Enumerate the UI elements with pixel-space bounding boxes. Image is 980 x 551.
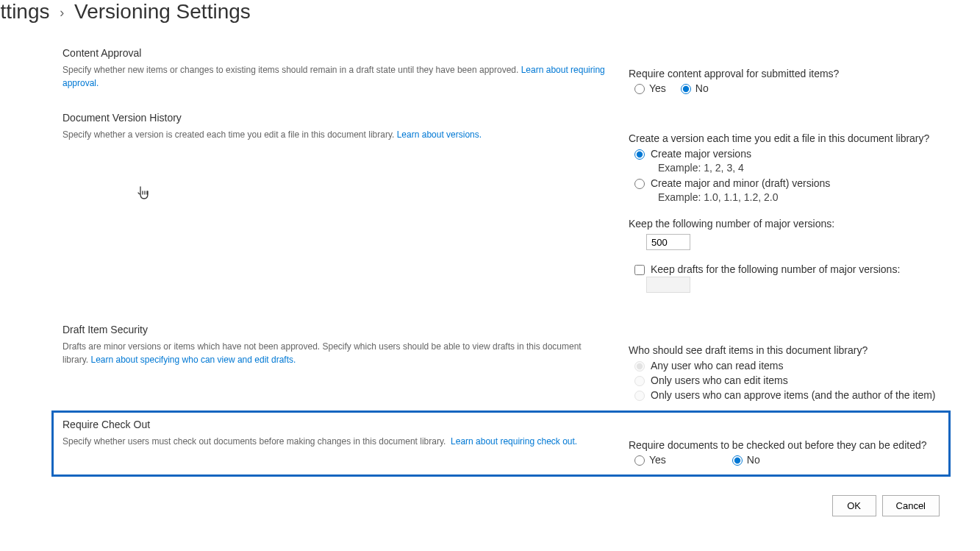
ok-button[interactable]: OK: [832, 495, 876, 516]
section-desc: Specify whether a version is created eac…: [62, 128, 607, 141]
draft-read-option: Any user who can read items: [634, 359, 943, 372]
keep-drafts-input: [646, 277, 690, 293]
section-title: Content Approval: [62, 47, 607, 59]
learn-versions-link[interactable]: Learn about versions.: [397, 129, 482, 140]
section-desc: Specify whether users must check out doc…: [62, 435, 607, 448]
checkout-yes-option[interactable]: Yes: [634, 454, 666, 466]
section-content-approval: Content Approval Specify whether new ite…: [62, 38, 943, 103]
footer-buttons: OK Cancel: [0, 477, 980, 516]
section-title: Require Check Out: [62, 419, 607, 430]
section-desc: Specify whether new items or changes to …: [62, 63, 607, 90]
checkout-question: Require documents to be checked out befo…: [629, 439, 940, 451]
draft-edit-option: Only users who can edit items: [634, 374, 943, 387]
learn-drafts-link[interactable]: Learn about specifying who can view and …: [90, 355, 296, 365]
breadcrumb: ettings › Versioning Settings: [0, 0, 980, 38]
learn-checkout-link[interactable]: Learn about requiring check out.: [451, 436, 577, 447]
minor-versions-radio[interactable]: [634, 179, 645, 189]
major-versions-option[interactable]: Create major versions: [634, 147, 943, 160]
keep-drafts-label: Keep drafts for the following number of …: [651, 263, 900, 275]
minor-example: Example: 1.0, 1.1, 1.2, 2.0: [658, 191, 943, 203]
breadcrumb-prev[interactable]: ettings: [0, 0, 50, 23]
major-example: Example: 1, 2, 3, 4: [658, 162, 943, 174]
keep-major-input[interactable]: [646, 234, 690, 250]
checkout-no-option[interactable]: No: [732, 454, 760, 466]
draft-read-radio: [634, 361, 645, 372]
breadcrumb-current: Versioning Settings: [74, 0, 251, 23]
draft-approve-option: Only users who can approve items (and th…: [634, 388, 943, 402]
major-versions-radio[interactable]: [634, 149, 645, 160]
section-draft-security: Draft Item Security Drafts are minor ver…: [62, 315, 943, 410]
approval-question: Require content approval for submitted i…: [629, 68, 943, 79]
section-title: Document Version History: [62, 112, 607, 124]
approval-yes-option[interactable]: Yes: [634, 82, 666, 94]
approval-no-option[interactable]: No: [681, 82, 709, 94]
minor-versions-option[interactable]: Create major and minor (draft) versions: [634, 177, 943, 190]
draft-question: Who should see draft items in this docum…: [629, 344, 943, 356]
keep-drafts-checkbox[interactable]: [634, 265, 645, 275]
section-version-history: Document Version History Specify whether…: [62, 103, 943, 315]
checkout-no-radio[interactable]: [732, 455, 743, 466]
chevron-right-icon: ›: [60, 5, 64, 21]
section-require-checkout: Require Check Out Specify whether users …: [62, 419, 940, 466]
checkout-yes-radio[interactable]: [634, 455, 645, 466]
draft-edit-radio: [634, 376, 645, 386]
section-desc: Drafts are minor versions or items which…: [62, 340, 607, 366]
require-checkout-highlight: Require Check Out Specify whether users …: [51, 410, 951, 477]
section-title: Draft Item Security: [62, 324, 607, 335]
cancel-button[interactable]: Cancel: [882, 495, 940, 516]
keep-major-label: Keep the following number of major versi…: [629, 218, 943, 230]
approval-yes-radio[interactable]: [634, 84, 645, 94]
version-question: Create a version each time you edit a fi…: [629, 132, 943, 144]
draft-approve-radio: [634, 391, 645, 401]
approval-no-radio[interactable]: [681, 84, 691, 94]
